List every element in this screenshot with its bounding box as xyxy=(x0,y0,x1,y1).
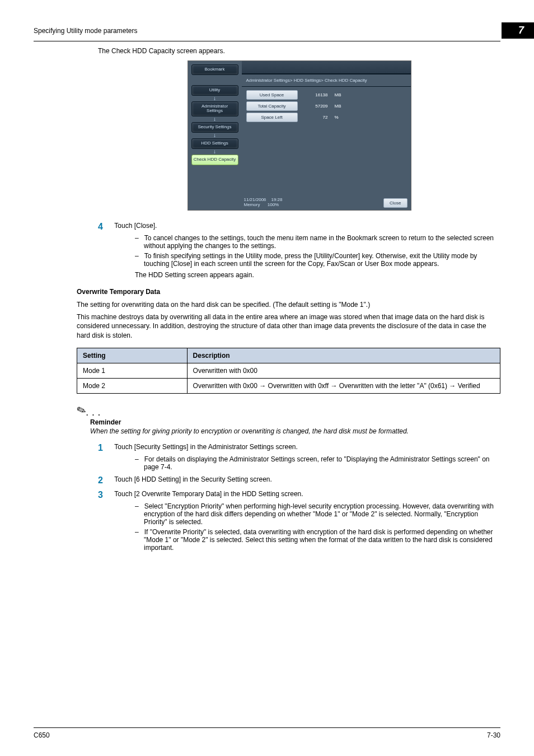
reminder-title: Reminder xyxy=(90,418,500,426)
step-text: Touch [Close]. xyxy=(114,222,495,230)
row-value: 16138 xyxy=(298,92,328,97)
bookmark-sidebar: Bookmark Utility ↓ Administrator Setting… xyxy=(188,61,242,210)
step-number: 1 xyxy=(98,443,113,453)
bullet: Select "Encryption Priority" when perfor… xyxy=(135,502,500,526)
step-text: Touch [2 Overwrite Temporary Data] in th… xyxy=(114,490,495,498)
step-number: 2 xyxy=(98,475,113,486)
bullet: For details on displaying the Administra… xyxy=(135,455,500,471)
intro-text: The Check HDD Capacity screen appears. xyxy=(98,47,500,55)
utility-button[interactable]: Utility xyxy=(191,85,238,96)
overwrite-heading: Overwrite Temporary Data xyxy=(77,288,500,296)
table-cell: Mode 2 xyxy=(77,378,188,393)
body-text: This machine destroys data by overwritin… xyxy=(77,312,500,340)
row-label: Used Space xyxy=(246,90,298,100)
step-number: 3 xyxy=(98,490,113,500)
table-cell: Mode 1 xyxy=(77,363,188,378)
check-hdd-capacity-screenshot: Bookmark Utility ↓ Administrator Setting… xyxy=(188,60,411,211)
row-value: 72 xyxy=(298,115,328,120)
row-value: 57209 xyxy=(298,104,328,109)
bullet: If "Overwrite Priority" is selected, dat… xyxy=(135,528,500,552)
page-content: The Check HDD Capacity screen appears. B… xyxy=(98,47,500,552)
body-text: The setting for overwriting data on the … xyxy=(77,300,500,309)
breadcrumb: Administrator Settings> HDD Settings> Ch… xyxy=(242,74,411,87)
row-label: Total Capacity xyxy=(246,101,298,111)
page-footer: C650 7-30 xyxy=(34,727,500,739)
row-unit: % xyxy=(328,115,339,120)
table-row: Mode 1 Overwritten with 0x00 xyxy=(77,363,500,378)
arrow-down-icon: ↓ xyxy=(191,116,238,122)
close-button[interactable]: Close xyxy=(383,198,407,208)
step-number: 4 xyxy=(98,222,113,232)
admin-settings-button[interactable]: Administrator Settings xyxy=(191,101,238,117)
footer-right: 7-30 xyxy=(487,731,500,739)
statusbar: 11/21/2006 19:28 Memory 100% xyxy=(244,198,283,208)
page-header: Specifying Utility mode parameters 7 xyxy=(34,22,500,41)
bookmark-button[interactable]: Bookmark xyxy=(191,64,238,75)
step-text: Touch [Security Settings] in the Adminis… xyxy=(114,443,495,451)
table-cell: Overwritten with 0x00 → Overwritten with… xyxy=(187,378,500,393)
footer-left: C650 xyxy=(34,731,50,739)
step-4: 4 Touch [Close]. To cancel changes to th… xyxy=(119,222,500,279)
reminder-icon: ✎ xyxy=(74,403,88,418)
arrow-down-icon: ↓ xyxy=(191,96,238,101)
security-settings-button[interactable]: Security Settings xyxy=(191,122,238,133)
step-1: 1 Touch [Security Settings] in the Admin… xyxy=(119,443,500,471)
step-2: 2 Touch [6 HDD Setting] in the Security … xyxy=(119,475,500,486)
step-3: 3 Touch [2 Overwrite Temporary Data] in … xyxy=(119,490,500,552)
table-row: Mode 2 Overwritten with 0x00 → Overwritt… xyxy=(77,378,500,393)
hdd-settings-button[interactable]: HDD Settings xyxy=(191,138,238,149)
check-hdd-capacity-button[interactable]: Check HDD Capacity xyxy=(191,155,238,165)
bullet: To finish specifying settings in the Uti… xyxy=(135,252,500,268)
row-label: Space Left xyxy=(246,113,298,122)
table-header: Description xyxy=(187,348,500,363)
reminder-text: When the setting for giving priority to … xyxy=(90,427,500,435)
bullet: To cancel changes to the settings, touch… xyxy=(135,234,500,250)
step-text: Touch [6 HDD Setting] in the Security Se… xyxy=(114,475,495,483)
arrow-down-icon: ↓ xyxy=(191,133,238,138)
table-cell: Overwritten with 0x00 xyxy=(187,363,500,378)
chapter-badge: 7 xyxy=(502,22,534,39)
table-header: Setting xyxy=(77,348,188,363)
row-unit: MB xyxy=(328,92,341,97)
table-header-row: Setting Description xyxy=(77,348,500,363)
step-after: The HDD Setting screen appears again. xyxy=(135,271,500,279)
settings-table: Setting Description Mode 1 Overwritten w… xyxy=(77,348,500,394)
header-title: Specifying Utility mode parameters xyxy=(34,27,137,35)
row-unit: MB xyxy=(328,104,341,109)
reminder: ✎. . . Reminder When the setting for giv… xyxy=(90,404,500,435)
arrow-down-icon: ↓ xyxy=(191,149,238,155)
